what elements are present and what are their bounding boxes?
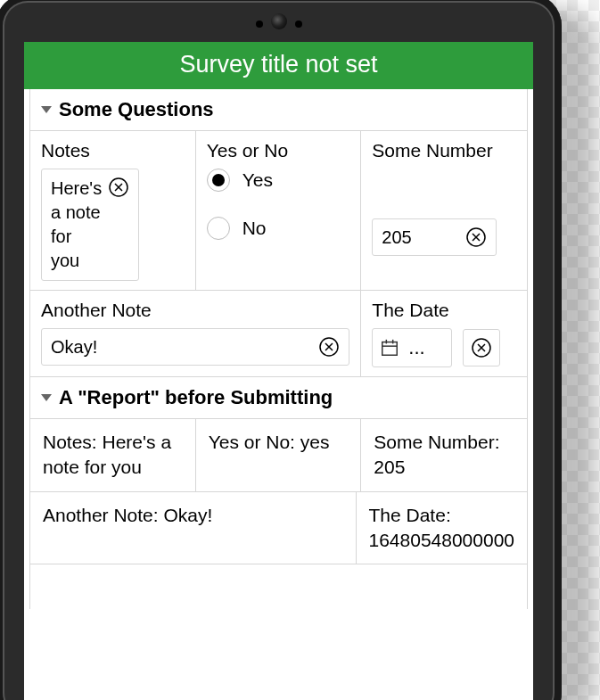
clear-another-note-button[interactable] (318, 336, 340, 358)
survey-title: Survey title not set (179, 51, 377, 78)
clear-date-button[interactable] (463, 329, 500, 366)
notes-label: Notes (41, 140, 185, 161)
section-report-title: A "Report" before Submitting (59, 386, 333, 409)
number-label: Some Number (372, 140, 516, 161)
radio-yes[interactable] (207, 169, 230, 192)
question-number: Some Number 205 (361, 131, 527, 291)
another-note-value: Okay! (51, 335, 313, 359)
radio-yes-row[interactable]: Yes (207, 169, 350, 192)
report-row-1: Notes: Here's a note for you Yes or No: … (30, 419, 527, 492)
close-circle-icon (465, 226, 487, 248)
survey-content: Some Questions Notes Here's a note for y… (29, 89, 528, 609)
close-circle-icon (108, 177, 129, 198)
notes-value: Here's a note for you (51, 177, 103, 273)
date-input[interactable]: ... (372, 328, 452, 367)
date-label: The Date (372, 300, 516, 321)
close-circle-icon (471, 337, 492, 358)
report-notes: Notes: Here's a note for you (30, 419, 196, 492)
section-report-header[interactable]: A "Report" before Submitting (30, 377, 527, 419)
report-row-2: Another Note: Okay! The Date: 1648054800… (30, 492, 527, 565)
notes-input[interactable]: Here's a note for you (41, 169, 139, 281)
questions-row-1: Notes Here's a note for you Yes or No Ye… (30, 131, 527, 291)
radio-yes-label: Yes (242, 169, 273, 191)
report-number: Some Number: 205 (361, 419, 527, 492)
radio-no-label: No (242, 218, 267, 239)
tablet-camera (271, 13, 287, 29)
report-date: The Date: 16480548000000 (357, 492, 528, 565)
report-yesno: Yes or No: yes (196, 419, 362, 492)
another-note-label: Another Note (41, 300, 349, 321)
app-screen: Survey title not set Some Questions Note… (24, 42, 533, 700)
question-yesno: Yes or No Yes No (196, 131, 362, 291)
calendar-icon (380, 338, 399, 358)
date-value: ... (408, 336, 424, 359)
another-note-input[interactable]: Okay! (41, 328, 349, 366)
number-input[interactable]: 205 (372, 218, 497, 256)
tablet-frame: Survey title not set Some Questions Note… (0, 0, 562, 700)
clear-number-button[interactable] (465, 226, 487, 248)
number-value: 205 (382, 226, 460, 250)
questions-row-2: Another Note Okay! The Date (30, 291, 527, 377)
close-circle-icon (318, 336, 340, 358)
report-another-note: Another Note: Okay! (30, 492, 357, 565)
question-date: The Date ... (361, 291, 527, 377)
chevron-down-icon (41, 394, 52, 401)
bottom-spacer (30, 564, 527, 609)
section-questions-title: Some Questions (59, 98, 214, 121)
clear-notes-button[interactable] (108, 177, 129, 198)
svg-rect-3 (382, 342, 398, 356)
survey-title-bar: Survey title not set (24, 42, 533, 89)
radio-no[interactable] (207, 217, 230, 240)
section-questions-header[interactable]: Some Questions (30, 89, 527, 131)
question-another-note: Another Note Okay! (30, 291, 361, 377)
question-notes: Notes Here's a note for you (30, 131, 196, 291)
radio-no-row[interactable]: No (207, 217, 350, 240)
yesno-label: Yes or No (207, 140, 350, 161)
chevron-down-icon (41, 106, 52, 113)
